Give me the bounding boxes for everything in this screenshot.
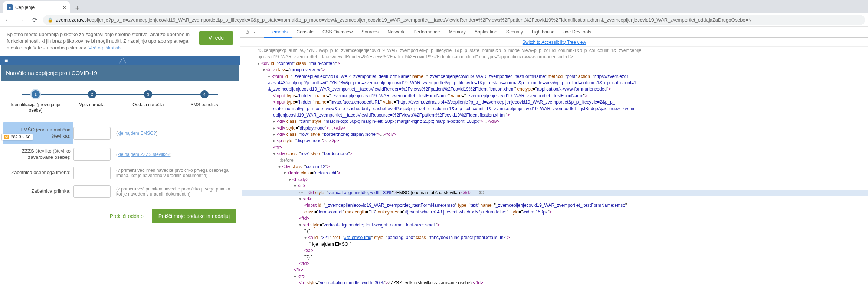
lock-icon: 🔒 <box>48 17 53 23</box>
tab-memory[interactable]: Memory <box>445 27 470 38</box>
dom-tree[interactable]: 43/cepljenje?p_auth=vQ7YND3v&p_p_id=zvem… <box>240 47 868 291</box>
tab-network[interactable]: Network <box>383 27 409 38</box>
cookie-text: Spletno mesto uporablja piškotke za zago… <box>7 31 194 52</box>
emso-input[interactable] <box>73 127 111 140</box>
action-row: Prekliči oddajo Poišči moje podatke in n… <box>0 206 240 226</box>
lastname-label: Začetnica priimka: <box>3 188 73 194</box>
stepper: 1 Identifikacija (preverjanje osebe) 2 V… <box>0 90 240 114</box>
step-1[interactable]: 1 Identifikacija (preverjanje osebe) <box>7 90 64 114</box>
favicon-icon: e <box>7 4 13 10</box>
cookie-more-link[interactable]: Več o piškotkih <box>88 45 121 50</box>
cookie-accept-button[interactable]: V redu <box>199 31 233 45</box>
submit-button[interactable]: Poišči moje podatke in nadaljuj <box>152 209 236 223</box>
devtools-secondary-bar: Switch to Accessibility Tree view <box>240 38 868 47</box>
device-icon[interactable]: ▭ <box>252 29 261 35</box>
firstname-input[interactable] <box>73 167 111 179</box>
forward-button[interactable]: → <box>16 17 26 23</box>
emso-help-link[interactable]: kje najdem EMŠO? <box>118 131 156 136</box>
tab-lighthouse[interactable]: Lighthouse <box>527 27 559 38</box>
page-title: Naročilo na cepljenje proti COVID-19 <box>1 65 239 81</box>
selected-dom-node[interactable]: ⋯ <td style="vertical-align:middle; widt… <box>242 190 868 196</box>
lastname-help: (v primeru več priimkov navedite prvo čr… <box>112 186 237 197</box>
tab-title: Cepljenje <box>15 5 35 10</box>
back-button[interactable]: ← <box>3 17 13 23</box>
tab-application[interactable]: Application <box>470 27 502 38</box>
firstname-label: Začetnica osebnega imena: <box>3 170 73 176</box>
header-strip: ≡ ─╱╲─ <box>0 56 240 65</box>
tab-performance[interactable]: Performance <box>409 27 445 38</box>
zzzs-help: (kje najdem ZZZS številko?) <box>112 152 237 157</box>
reload-button[interactable]: ⟳ <box>30 16 39 23</box>
tab-elements[interactable]: Elements <box>264 27 292 38</box>
element-tooltip: td 282.3 × 60 <box>1 134 33 140</box>
emso-label: EMŠO (enotna matična številka): <box>3 122 73 144</box>
browser-tab-bar: e Cepljenje × + <box>0 0 868 13</box>
firstname-help: (v primeru več imen navedite prvo črko p… <box>112 168 237 178</box>
logo-icon: ─╱╲─ <box>115 58 130 63</box>
cancel-button[interactable]: Prekliči oddajo <box>105 209 149 223</box>
url-path: /cepljenje?p_p_id=zvemcepljenjecovid19_W… <box>88 17 752 23</box>
url-input[interactable]: 🔒 zvem.ezdrav.si/cepljenje?p_p_id=zvemce… <box>43 15 865 25</box>
tab-console[interactable]: Console <box>292 27 318 38</box>
tab-security[interactable]: Security <box>502 27 527 38</box>
accessibility-tree-link[interactable]: Switch to Accessibility Tree view <box>523 40 586 45</box>
browser-address-bar: ← → ⟳ 🔒 zvem.ezdrav.si/cepljenje?p_p_id=… <box>0 13 868 27</box>
zzzs-input[interactable] <box>73 148 111 161</box>
cookie-banner: Spletno mesto uporablja piškotke za zago… <box>0 27 240 56</box>
inspect-icon[interactable]: ⯐ <box>243 29 252 35</box>
browser-tab-active[interactable]: e Cepljenje × <box>3 1 70 13</box>
tab-axe[interactable]: axe DevTools <box>559 27 596 38</box>
zzzs-label: ZZZS številko (številko zavarovane osebe… <box>3 148 73 161</box>
tab-css-overview[interactable]: CSS Overview <box>318 27 357 38</box>
devtools-panel: ⯐ ▭ Elements Console CSS Overview Source… <box>240 27 868 291</box>
menu-icon[interactable]: ≡ <box>4 57 8 64</box>
tab-sources[interactable]: Sources <box>357 27 383 38</box>
lastname-input[interactable] <box>73 185 111 198</box>
step-3[interactable]: 3 Oddaja naročila <box>120 90 177 114</box>
close-tab-icon[interactable]: × <box>63 4 66 10</box>
emso-help: (kje najdem EMŠO?) <box>112 131 237 136</box>
step-2[interactable]: 2 Vpis naročila <box>64 90 120 114</box>
form-area: EMŠO (enotna matična številka): (kje naj… <box>0 120 240 204</box>
zzzs-help-link[interactable]: kje najdem ZZZS številko? <box>118 152 170 157</box>
step-4[interactable]: 4 SMS potrditev <box>176 90 233 114</box>
new-tab-button[interactable]: + <box>72 3 82 13</box>
page-viewport: Spletno mesto uporablja piškotke za zago… <box>0 27 240 291</box>
devtools-toolbar: ⯐ ▭ Elements Console CSS Overview Source… <box>240 27 868 38</box>
url-host: zvem.ezdrav.si <box>56 17 88 23</box>
